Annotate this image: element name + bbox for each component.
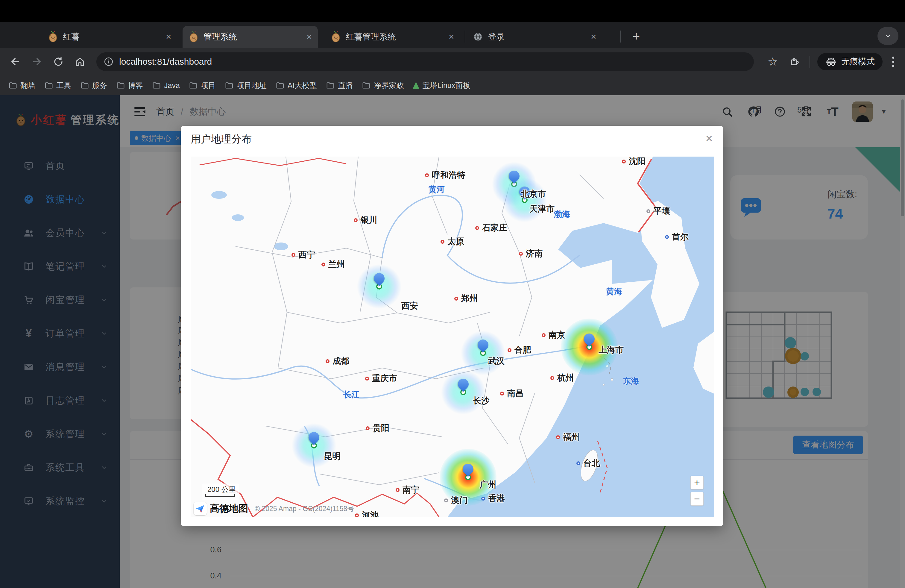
city-dot-icon bbox=[665, 235, 669, 239]
city-dot-icon bbox=[395, 488, 400, 492]
bookmark-item[interactable]: 服务 bbox=[80, 81, 107, 91]
city-label: 石家庄 bbox=[475, 222, 507, 234]
folder-icon bbox=[189, 81, 198, 90]
new-tab-button[interactable]: + bbox=[628, 29, 645, 44]
map-copyright: © 2025 Amap - GS(2024)1158号 bbox=[255, 504, 354, 513]
bookmark-item[interactable]: 项目地址 bbox=[225, 81, 267, 91]
bookmark-item[interactable]: 翻墙 bbox=[8, 81, 35, 91]
amap-brand: 高德地图 bbox=[210, 502, 248, 515]
water-label: 长江 bbox=[343, 389, 359, 400]
city-dot-icon bbox=[622, 160, 626, 164]
tab-title: 登录 bbox=[488, 31, 587, 43]
bookmark-item[interactable]: 项目 bbox=[189, 81, 216, 91]
geo-distribution-modal: 用户地理分布 × bbox=[181, 126, 723, 526]
tab-close-icon[interactable]: × bbox=[591, 32, 596, 42]
city-label: 平壤 bbox=[646, 205, 670, 217]
folder-icon bbox=[8, 81, 17, 90]
bookmark-item[interactable]: 直播 bbox=[326, 81, 353, 91]
macos-titlebar bbox=[0, 0, 905, 22]
back-button[interactable] bbox=[6, 53, 24, 70]
reload-button[interactable] bbox=[50, 53, 67, 70]
tab-close-icon[interactable]: × bbox=[306, 32, 312, 42]
tab-title: 红薯 bbox=[63, 31, 162, 43]
city-label: 南昌 bbox=[500, 388, 524, 399]
city-dot-icon bbox=[365, 377, 369, 380]
city-dot-icon bbox=[444, 499, 448, 502]
zoom-in-button[interactable]: + bbox=[691, 476, 703, 489]
city-label: 北京市 bbox=[521, 188, 546, 200]
pagoda-icon bbox=[413, 82, 419, 89]
url-bar[interactable]: localhost:81/dashboard bbox=[96, 52, 754, 71]
city-label: 武汉 bbox=[488, 355, 505, 367]
url-text[interactable]: localhost:81/dashboard bbox=[119, 57, 212, 67]
bookmark-item[interactable]: 宝塔Linux面板 bbox=[413, 81, 470, 91]
city-label: 南京 bbox=[542, 329, 565, 341]
admin-app: 小红薯管理系统 首页 数据中心 会员中心 bbox=[0, 95, 905, 588]
bookmark-star-icon[interactable]: ☆ bbox=[762, 55, 784, 68]
browser-tab-2-active[interactable]: 管理系统 × bbox=[183, 26, 318, 48]
browser-tab-3[interactable]: 红薯管理系统 × bbox=[325, 26, 460, 48]
site-info-icon[interactable] bbox=[103, 57, 114, 67]
extensions-icon[interactable] bbox=[784, 56, 805, 67]
city-label: 福州 bbox=[556, 431, 580, 443]
city-dot-icon bbox=[519, 252, 523, 256]
city-label: 呼和浩特 bbox=[425, 170, 465, 181]
folder-icon bbox=[276, 81, 284, 90]
city-label: 兰州 bbox=[321, 259, 345, 270]
forward-button[interactable] bbox=[28, 53, 46, 70]
globe-favicon-icon bbox=[473, 32, 483, 42]
city-dot-icon bbox=[366, 426, 370, 430]
browser-tab-1[interactable]: 红薯 × bbox=[42, 26, 177, 48]
city-dot-icon bbox=[355, 513, 359, 517]
folder-icon bbox=[80, 81, 89, 90]
bookmark-item[interactable]: 博客 bbox=[116, 81, 143, 91]
bookmark-item[interactable]: Java bbox=[152, 81, 180, 90]
city-label: 香港 bbox=[481, 493, 505, 504]
bookmarks-bar: 翻墙 工具 服务 博客 Java bbox=[0, 75, 905, 95]
city-dot-icon bbox=[576, 461, 580, 465]
tab-title: 管理系统 bbox=[203, 31, 303, 43]
zoom-out-button[interactable]: − bbox=[691, 492, 703, 506]
bookmark-item[interactable]: 净界家政 bbox=[362, 81, 404, 91]
city-dot-icon bbox=[425, 173, 429, 177]
browser-tab-4[interactable]: 登录 × bbox=[467, 26, 602, 48]
chevron-down-icon bbox=[884, 32, 892, 40]
tab-close-icon[interactable]: × bbox=[449, 32, 454, 42]
browser-tabstrip: 红薯 × 管理系统 × 红薯管理系统 × 登录 × + bbox=[0, 22, 905, 48]
toolbar-divider bbox=[810, 56, 810, 68]
city-label: 成都 bbox=[325, 355, 349, 367]
amap-map[interactable]: 沈阳 呼和浩特 平壤 bbox=[191, 157, 714, 517]
amap-logo-icon bbox=[194, 502, 207, 515]
city-label: 杭州 bbox=[550, 372, 574, 383]
city-label: 河池 bbox=[355, 510, 379, 517]
tab-divider bbox=[465, 30, 465, 43]
city-label: 台北 bbox=[576, 458, 600, 469]
city-label: 澳门 bbox=[444, 494, 468, 506]
city-dot-icon bbox=[475, 226, 479, 230]
folder-icon bbox=[362, 81, 371, 90]
folder-icon bbox=[152, 81, 161, 90]
tab-divider bbox=[620, 30, 621, 43]
city-dot-icon bbox=[441, 240, 445, 244]
scale-bar bbox=[205, 496, 235, 497]
map-attribution: 高德地图 © 2025 Amap - GS(2024)1158号 bbox=[194, 502, 354, 515]
potato-favicon-icon bbox=[48, 31, 58, 43]
city-dot-icon bbox=[325, 359, 330, 363]
city-dot-icon bbox=[454, 297, 458, 300]
modal-close-icon[interactable]: × bbox=[706, 132, 713, 145]
tab-close-icon[interactable]: × bbox=[166, 32, 171, 42]
tab-search-button[interactable] bbox=[878, 27, 899, 45]
city-label: 合肥 bbox=[508, 344, 531, 356]
city-label: 天津市 bbox=[529, 203, 554, 215]
city-label: 贵阳 bbox=[366, 423, 389, 434]
city-dot-icon bbox=[500, 392, 504, 396]
home-button[interactable] bbox=[71, 53, 89, 70]
bookmark-item[interactable]: 工具 bbox=[44, 81, 71, 91]
browser-menu-icon[interactable] bbox=[887, 57, 900, 67]
city-label: 上海市 bbox=[599, 344, 624, 356]
city-label: 长沙 bbox=[473, 395, 490, 407]
bookmark-item[interactable]: AI大模型 bbox=[276, 81, 317, 91]
city-dot-icon bbox=[354, 218, 358, 222]
modal-title: 用户地理分布 bbox=[191, 132, 252, 146]
water-label: 黄河 bbox=[429, 184, 445, 195]
